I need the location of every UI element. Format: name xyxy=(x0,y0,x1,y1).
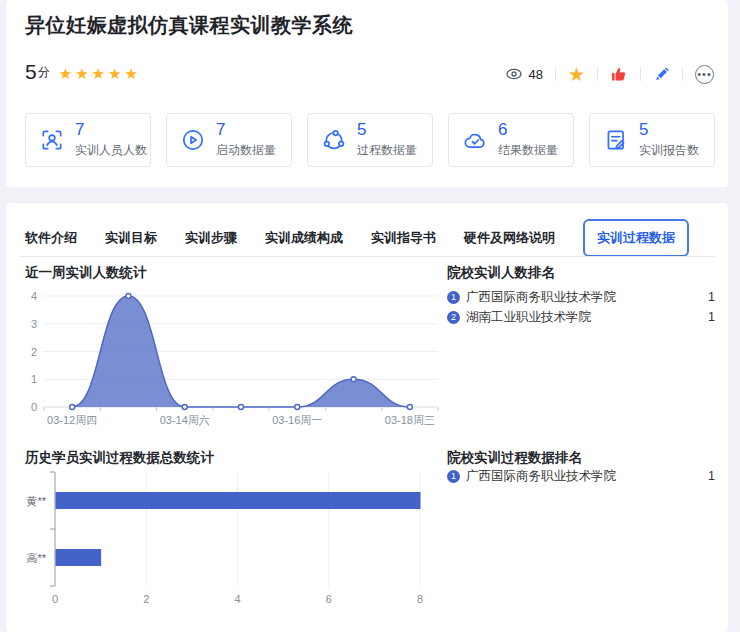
star-icon: ★ xyxy=(108,66,121,81)
tab-guidebook[interactable]: 实训指导书 xyxy=(371,229,436,247)
stat-card-trainees: 7 实训人员人数 xyxy=(25,113,151,167)
svg-text:03-18周三: 03-18周三 xyxy=(385,414,435,426)
svg-text:6: 6 xyxy=(326,593,332,605)
svg-text:4: 4 xyxy=(234,593,240,605)
tab-process-data[interactable]: 实训过程数据 xyxy=(583,219,689,257)
svg-text:2: 2 xyxy=(31,346,37,358)
rank-row: 1 广西国际商务职业技术学院 1 xyxy=(447,466,715,486)
svg-text:0: 0 xyxy=(52,593,58,605)
rank-process-list: 1 广西国际商务职业技术学院 1 xyxy=(447,466,715,486)
divider xyxy=(640,67,641,81)
play-circle-icon xyxy=(180,127,206,153)
stat-value: 7 xyxy=(216,121,276,138)
svg-text:高**: 高** xyxy=(26,552,46,564)
result-cloud-icon xyxy=(462,127,488,153)
report-doc-icon xyxy=(603,127,629,153)
edit-pencil-icon[interactable] xyxy=(653,66,670,83)
star-icon: ★ xyxy=(92,66,105,81)
rank-people-list: 1 广西国际商务职业技术学院 1 2 湖南工业职业技术学院 1 xyxy=(447,287,715,327)
rating-stars: ★★★★★ xyxy=(56,66,138,81)
star-icon: ★ xyxy=(75,66,88,81)
svg-text:3: 3 xyxy=(31,318,37,330)
star-icon: ★ xyxy=(59,66,72,81)
course-summary-panel: 异位妊娠虚拟仿真课程实训教学系统 5 分 ★★★★★ 48 ★ ••• xyxy=(6,0,728,187)
rank-school-name: 湖南工业职业技术学院 xyxy=(466,309,708,326)
rank-value: 1 xyxy=(708,469,715,483)
stat-label: 启动数据量 xyxy=(216,142,276,159)
stat-value: 7 xyxy=(75,121,147,138)
weekly-chart-title: 近一周实训人数统计 xyxy=(25,264,147,282)
svg-text:黄**: 黄** xyxy=(26,495,46,507)
more-options-icon[interactable]: ••• xyxy=(695,65,714,84)
rating-unit: 分 xyxy=(38,64,50,81)
stat-card-row: 7 实训人员人数 7 启动数据量 xyxy=(25,113,715,167)
rank-process-title: 院校实训过程数据排名 xyxy=(447,449,582,467)
tab-software-intro[interactable]: 软件介绍 xyxy=(25,229,77,247)
people-frame-icon xyxy=(39,127,65,153)
svg-text:03-14周六: 03-14周六 xyxy=(160,414,210,426)
eye-icon xyxy=(505,65,523,83)
divider xyxy=(682,67,683,81)
rank-school-name: 广西国际商务职业技术学院 xyxy=(466,468,708,485)
stat-label: 结果数据量 xyxy=(498,142,558,159)
tab-divider xyxy=(19,256,715,257)
stat-card-report-count: 5 实训报告数 xyxy=(589,113,715,167)
stat-card-launch-data: 7 启动数据量 xyxy=(166,113,292,167)
rank-badge: 1 xyxy=(447,470,460,483)
rank-value: 1 xyxy=(708,310,715,324)
rank-row: 1 广西国际商务职业技术学院 1 xyxy=(447,287,715,307)
course-detail-panel: 软件介绍 实训目标 实训步骤 实训成绩构成 实训指导书 硬件及网络说明 实训过程… xyxy=(6,203,728,632)
stat-label: 过程数据量 xyxy=(357,142,417,159)
tab-training-steps[interactable]: 实训步骤 xyxy=(185,229,237,247)
rank-badge: 1 xyxy=(447,291,460,304)
svg-text:03-12周四: 03-12周四 xyxy=(47,414,97,426)
rank-row: 2 湖南工业职业技术学院 1 xyxy=(447,307,715,327)
view-count: 48 xyxy=(505,65,542,83)
history-process-bar-chart: 02468黄**高** xyxy=(20,464,445,612)
svg-text:4: 4 xyxy=(31,290,37,302)
svg-text:03-16周一: 03-16周一 xyxy=(272,414,322,426)
tab-hardware-network[interactable]: 硬件及网络说明 xyxy=(464,229,555,247)
favorite-star-icon[interactable]: ★ xyxy=(568,65,585,84)
rank-people-title: 院校实训人数排名 xyxy=(447,264,555,282)
svg-text:1: 1 xyxy=(31,373,37,385)
rank-value: 1 xyxy=(708,290,715,304)
action-bar: 48 ★ ••• xyxy=(505,64,714,84)
stat-card-result-data: 6 结果数据量 xyxy=(448,113,574,167)
page-title: 异位妊娠虚拟仿真课程实训教学系统 xyxy=(25,12,353,39)
thumbs-up-icon[interactable] xyxy=(610,65,628,83)
stat-value: 6 xyxy=(498,121,558,138)
rating-value: 5 xyxy=(25,61,37,82)
tab-training-goal[interactable]: 实训目标 xyxy=(105,229,157,247)
process-data-icon xyxy=(321,127,347,153)
star-icon: ★ xyxy=(125,66,138,81)
svg-text:2: 2 xyxy=(143,593,149,605)
tab-score-composition[interactable]: 实训成绩构成 xyxy=(265,229,343,247)
svg-text:0: 0 xyxy=(31,401,37,413)
rank-school-name: 广西国际商务职业技术学院 xyxy=(466,289,708,306)
course-rating: 5 分 ★★★★★ xyxy=(25,58,138,82)
stat-value: 5 xyxy=(357,121,417,138)
stat-label: 实训报告数 xyxy=(639,142,699,159)
view-count-value: 48 xyxy=(528,67,542,82)
weekly-trainees-area-chart: 0123403-12周四03-14周六03-16周一03-18周三 xyxy=(20,288,445,428)
rank-badge: 2 xyxy=(447,311,460,324)
divider xyxy=(555,67,556,81)
tab-bar: 软件介绍 实训目标 实训步骤 实训成绩构成 实训指导书 硬件及网络说明 实训过程… xyxy=(25,221,689,255)
stat-label: 实训人员人数 xyxy=(75,142,147,159)
stat-card-process-data: 5 过程数据量 xyxy=(307,113,433,167)
divider xyxy=(597,67,598,81)
stat-value: 5 xyxy=(639,121,699,138)
svg-text:8: 8 xyxy=(417,593,423,605)
